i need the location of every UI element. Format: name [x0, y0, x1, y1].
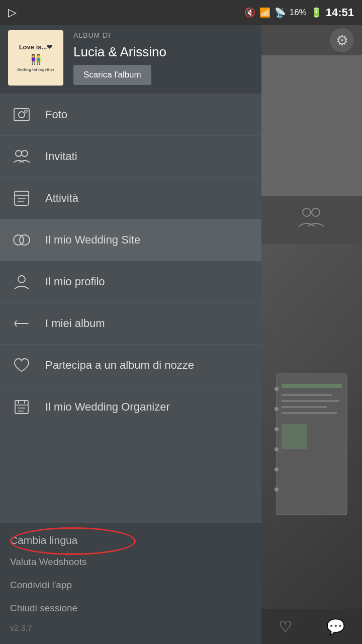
wedding-site-label: Il mio Wedding Site: [45, 233, 140, 247]
attivita-label: Attività: [45, 192, 78, 205]
svg-point-9: [275, 387, 279, 391]
drawer-bottom: Cambia lingua Valuta Wedshoots Condividi…: [0, 523, 261, 644]
svg-rect-17: [25, 110, 27, 112]
sidebar-item-organizer[interactable]: Il mio Wedding Organizer: [0, 386, 261, 428]
foto-label: Foto: [45, 108, 67, 121]
battery-level: 16%: [290, 8, 307, 18]
svg-rect-4: [282, 394, 332, 396]
sidebar-item-partecipa[interactable]: Partecipa a un album di nozze: [0, 345, 261, 386]
photo-icon: [10, 103, 33, 126]
settings-icon: ⚙: [330, 28, 354, 52]
sidebar-item-wedding-site[interactable]: Il mio Wedding Site: [0, 219, 261, 261]
svg-point-1: [312, 208, 320, 216]
status-time: 14:51: [326, 6, 354, 19]
status-right: 🔇 📶 📡 16% 🔋 14:51: [244, 6, 354, 19]
profilo-label: Il mio profilo: [45, 275, 105, 288]
notebook-visual: [261, 244, 362, 644]
bg-photo: [261, 244, 362, 644]
svg-rect-20: [15, 191, 29, 205]
svg-rect-6: [282, 406, 327, 408]
svg-point-25: [20, 235, 30, 245]
version-label: v2.3.7: [10, 621, 251, 636]
couple-icon: [297, 206, 327, 234]
chiudi-sessione-link[interactable]: Chiudi sessione: [10, 598, 251, 619]
sidebar-item-attivita[interactable]: Attività: [0, 178, 261, 219]
svg-point-14: [275, 488, 279, 492]
svg-point-10: [275, 407, 279, 411]
album-icon: [10, 312, 33, 335]
bg-bottom-icons: ♡ 💬: [261, 609, 362, 644]
album-label-nav: I miei album: [45, 317, 105, 330]
activity-icon: [10, 187, 33, 210]
svg-rect-28: [15, 400, 28, 414]
condividi-link[interactable]: Condividi l'app: [10, 575, 251, 596]
profile-icon: [10, 270, 33, 293]
organizer-label: Il mio Wedding Organizer: [45, 400, 170, 414]
svg-point-16: [19, 112, 25, 118]
organizer-icon: [10, 395, 33, 419]
bg-top-bar: ⚙: [261, 25, 362, 55]
svg-point-26: [18, 276, 25, 283]
album-thumbnail: Love is...❤ 👫 Getting fat together: [8, 30, 63, 86]
battery-icon: 🔋: [311, 7, 322, 18]
svg-point-24: [14, 235, 24, 245]
heart-icon: [10, 354, 33, 377]
sidebar-item-album[interactable]: I miei album: [0, 303, 261, 345]
album-label: ALBUM DI: [73, 31, 253, 39]
valuta-link[interactable]: Valuta Wedshoots: [10, 551, 251, 573]
sidebar-item-foto[interactable]: Foto: [0, 94, 261, 136]
download-album-button[interactable]: Scarica l'album: [73, 65, 151, 85]
svg-rect-7: [282, 412, 337, 414]
svg-point-11: [275, 427, 279, 431]
svg-point-13: [275, 467, 279, 471]
svg-point-0: [303, 208, 311, 216]
svg-rect-8: [282, 424, 307, 449]
sidebar-item-invitati[interactable]: Invitati: [0, 136, 261, 178]
svg-point-19: [22, 150, 28, 156]
heart-outline-icon: ♡: [279, 618, 292, 635]
cambia-lingua-link[interactable]: Cambia lingua: [10, 529, 77, 551]
signal-icon: 📡: [275, 7, 286, 18]
svg-point-18: [16, 150, 22, 156]
drawer-nav: Foto Invitati: [0, 94, 261, 523]
svg-rect-3: [282, 384, 342, 388]
invitati-label: Invitati: [45, 150, 77, 163]
wedding-site-icon: [10, 228, 33, 252]
play-store-icon: ▷: [8, 6, 17, 19]
side-drawer: Love is...❤ 👫 Getting fat together ALBUM…: [0, 0, 261, 644]
svg-point-12: [275, 447, 279, 451]
guests-icon: [10, 145, 33, 168]
status-left: ▷: [8, 6, 17, 19]
svg-rect-5: [282, 400, 339, 402]
sidebar-item-profilo[interactable]: Il mio profilo: [0, 261, 261, 303]
status-bar: ▷ 🔇 📶 📡 16% 🔋 14:51: [0, 0, 362, 25]
bg-couple-bar: [261, 196, 362, 244]
wifi-icon: 📶: [259, 7, 270, 18]
album-name: Lucia & Arissino: [73, 44, 253, 60]
mute-icon: 🔇: [244, 7, 255, 18]
album-info: ALBUM DI Lucia & Arissino Scarica l'albu…: [73, 31, 253, 85]
comment-icon: 💬: [326, 618, 345, 635]
partecipa-label: Partecipa a un album di nozze: [45, 359, 194, 372]
